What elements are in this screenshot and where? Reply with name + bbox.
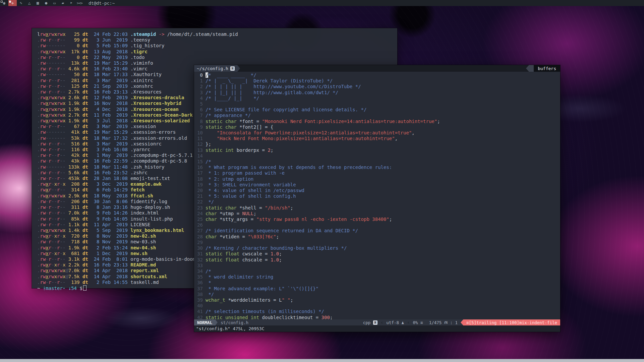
code-line: 18 * 2: utmp option [194, 176, 560, 182]
line-number-icon: ℓN [444, 321, 448, 324]
tab-config-h[interactable]: ~/s/config.h H [194, 65, 237, 72]
code-line: 17 * 1: program passed with -e [194, 170, 560, 176]
code-line: 36 * [194, 280, 560, 286]
statusline-fill [251, 319, 360, 325]
git-branch-label: ᚼmaster⋆ [43, 286, 65, 291]
browser-icon-glyph: ◉ [3, 1, 5, 5]
file-name: index.html [130, 210, 159, 216]
code-line: 8static char *font = "Mononoki Nerd Font… [194, 119, 560, 124]
file-name: .Xresources [130, 89, 162, 95]
git-behind-count: ↓54 [68, 286, 77, 291]
scroll-percent-segment: 0% ≡ [410, 319, 426, 325]
code-line: 32static float chscale = 1.0; [194, 257, 560, 263]
prompt-symbol: $ [79, 286, 82, 291]
file-name: .xsession [130, 124, 156, 129]
file-row: .rw-r--r-- 99 dt 3 Jun 2019 .teensy [37, 37, 397, 43]
code-icon[interactable]: ><> [75, 0, 84, 6]
code-line: 20 * 4: value of shell in /etc/passwd [194, 188, 560, 193]
code-line: 14 [194, 153, 560, 159]
file-name: ffcat.sh [130, 193, 153, 198]
file-name: new-04.sh [130, 245, 156, 250]
browser-icon[interactable]: ◉ [0, 0, 8, 6]
code-line: 29 [194, 240, 560, 245]
file-name: .viminfo [130, 60, 153, 66]
code-line: 40 [194, 303, 560, 309]
buffers-wedge [529, 65, 534, 72]
file-name: new-03.sh [130, 239, 156, 244]
file-row: .rw------- 0 dt 5 Feb 15:09 .tig_history [37, 43, 397, 49]
statusline-filename: st/config.h [218, 319, 251, 325]
code-line: 10 "Inconsolata for Powerline:pixelsize=… [194, 130, 560, 136]
code-line: 12}; [194, 141, 560, 147]
file-name: org-mode-basics-in-doom-e [130, 256, 201, 262]
top-bar-tags: ◉✛✎△▦●▭▰➤><> [0, 0, 84, 6]
file-name: .steampid [130, 32, 156, 37]
code-line: 13static int borderpx = 2; [194, 147, 560, 153]
code-line: 23static char *shell = "/bin/sh"; [194, 205, 560, 211]
file-name: README.md [130, 262, 156, 267]
file-name: hugo-deploy.sh [130, 204, 170, 210]
file-name: .teensy [130, 37, 150, 43]
statusline-separator: ‹ [407, 319, 410, 325]
file-name: .xsessionrc [130, 141, 162, 146]
code-line: 26 [194, 222, 560, 228]
code-line: 11 "Hack Nerd Font Mono:pixelsize=11:ant… [194, 136, 560, 141]
image-icon[interactable]: ▦ [34, 0, 42, 6]
file-name: .yarnrc [130, 147, 150, 152]
code-line: 41/* selection timeouts (in milliseconds… [194, 309, 560, 314]
warning-wedge-arrow [461, 319, 463, 325]
code-line: 2/* | | | || | http://www.youtube.com/c/… [194, 84, 560, 89]
crosshair-icon[interactable]: ✛ [8, 0, 17, 6]
code-line: 7/* appearance */ [194, 113, 560, 118]
code-line: 0/* ____ _____ */ [194, 72, 560, 78]
file-name: new.sh [130, 251, 148, 256]
pen-icon-glyph: ✎ [20, 1, 22, 5]
line-position: 1/475 [429, 320, 442, 325]
file-name: fidentify.log [130, 199, 167, 204]
filetype-label: cpp [363, 320, 371, 325]
file-row: .rwxrwxrwx 17k dt 13 Aug 2018 .tigrc [37, 49, 397, 55]
code-line: 27/* identification sequence returned in… [194, 228, 560, 234]
file-name: .xonshrc [130, 83, 153, 89]
file-name: .vimrc [130, 66, 148, 71]
code-line: 21 * 5: value of shell in config.h [194, 193, 560, 199]
buffers-tab[interactable]: buffers [534, 65, 560, 72]
file-name: .tig_history [130, 43, 164, 48]
file-name: .zshrc [130, 170, 148, 175]
code-line: 25char *stty_args = "stty raw pass8 nl -… [194, 217, 560, 222]
editor-tabline: ~/s/config.h H buffers [194, 65, 560, 72]
folder-icon-glyph: ▰ [62, 1, 64, 5]
code-line: 37 * More advanced example: L" `'\"()[]{… [194, 286, 560, 292]
filetype-icon: H [373, 320, 377, 325]
file-name: lynx_bookmarks.html [130, 228, 184, 233]
file-name: .Xresources-hybrid [130, 101, 181, 106]
window-title: dt@dt-pc:~ [89, 1, 115, 6]
column-position: : 1 [450, 320, 458, 325]
display-icon[interactable]: ▭ [50, 0, 59, 6]
statusline: NORMAL st/config.h cpp H ‹ utf-8 ♟ ‹ 0% … [194, 319, 560, 325]
command-line: "st/config.h" 475L, 20953C [194, 325, 560, 332]
mode-arrow [215, 319, 218, 325]
file-name: .Xresources-ocean [130, 107, 178, 112]
file-name: .Xresources-Ocean-Dark [130, 112, 192, 118]
mode-indicator: NORMAL [194, 319, 215, 325]
editor-window[interactable]: ~/s/config.h H buffers 0/* ____ _____ */… [194, 65, 560, 332]
code-line: 34/* [194, 268, 560, 274]
flask-icon[interactable]: △ [25, 0, 34, 6]
code-line: 30/* Kerning / character bounding-box mu… [194, 245, 560, 251]
folder-icon[interactable]: ▰ [59, 0, 67, 6]
send-icon[interactable]: ➤ [67, 0, 75, 6]
code-line: 19 * 3: SHELL environment variable [194, 182, 560, 188]
flask-icon-glyph: △ [28, 1, 31, 5]
pen-icon[interactable]: ✎ [17, 0, 25, 6]
scroll-percent: 0% [413, 320, 418, 325]
screen-bottom-strip [0, 359, 644, 362]
encoding-label: utf-8 [386, 320, 399, 325]
file-row: lrwxrwxrwx 25 dt 24 Feb 22:03 .steampid … [37, 32, 397, 37]
encoding-segment: utf-8 ♟ [383, 319, 407, 325]
file-name: .zcompdump-dt-pc-5.8 [130, 158, 187, 164]
camera-icon[interactable]: ● [42, 0, 50, 6]
send-icon-glyph: ➤ [70, 1, 72, 5]
os-icon: ♟ [402, 320, 404, 325]
code-area[interactable]: 0/* ____ _____ */1/* | _ \_ _| Derek Tay… [194, 72, 560, 319]
